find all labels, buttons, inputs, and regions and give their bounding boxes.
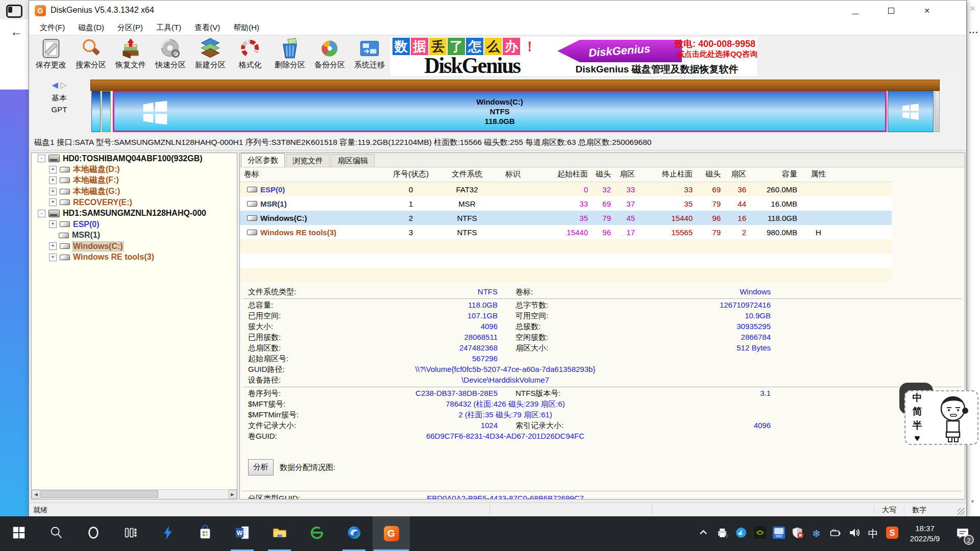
toolbar-button-new-partition[interactable]: 新建分区: [190, 36, 230, 76]
taskbar-button-word[interactable]: W: [224, 516, 261, 551]
tree-item[interactable]: +本地磁盘(F:): [32, 175, 237, 186]
browser-tab-icon[interactable]: [6, 5, 22, 18]
menu-item[interactable]: 帮助(H): [227, 21, 266, 35]
toolbar-button-backup-partition[interactable]: 备份分区: [310, 36, 350, 76]
menu-item[interactable]: 分区(P): [111, 21, 150, 35]
tree-item[interactable]: +Windows(C:): [32, 241, 237, 252]
toolbar-button-format[interactable]: 格式化: [230, 36, 270, 76]
menu-item[interactable]: 磁盘(D): [71, 21, 111, 35]
taskbar-button-start[interactable]: [0, 516, 37, 551]
close-button[interactable]: ✕: [915, 1, 939, 21]
tree-horizontal-scrollbar[interactable]: ◀ ▶: [32, 489, 237, 499]
browser-more-icon[interactable]: ···: [968, 28, 979, 37]
banner-qq-link[interactable]: 或点击此处选择QQ咨询: [643, 49, 757, 59]
expand-icon[interactable]: +: [49, 242, 57, 250]
tray-chevron-up[interactable]: [694, 516, 713, 551]
expand-icon[interactable]: +: [49, 254, 57, 261]
table-row[interactable]: ESP(0)0FAT3203233336936260.0MB: [240, 182, 892, 196]
column-header[interactable]: 属性: [801, 169, 836, 179]
disk-header-strip[interactable]: [90, 80, 940, 91]
tree-item[interactable]: -HD1:SAMSUNGMZNLN128HAHQ-000: [32, 208, 237, 219]
esp-partition-strip[interactable]: [91, 91, 101, 132]
scrollbar-thumb[interactable]: [41, 490, 158, 498]
ime-status-widget[interactable]: 中简半♥: [904, 390, 978, 445]
maximize-button[interactable]: [879, 1, 903, 21]
column-header[interactable]: 扇区: [725, 169, 750, 179]
scroll-down-icon[interactable]: ▼: [970, 499, 975, 504]
tray-defender-alert[interactable]: [788, 516, 807, 551]
next-disk-icon[interactable]: ▷: [60, 81, 66, 89]
taskbar-button-cortana[interactable]: [75, 516, 112, 551]
column-header[interactable]: 标识: [495, 169, 531, 179]
taskbar-button-edge[interactable]: [335, 516, 373, 551]
column-header[interactable]: 扇区: [615, 169, 639, 179]
tray-dingtalk[interactable]: [731, 516, 750, 551]
tray-battery[interactable]: [826, 516, 845, 551]
table-row[interactable]: Windows RE tools(3)3NTFS1544096171556579…: [240, 225, 892, 239]
tray-ime-zh[interactable]: 中: [864, 516, 883, 551]
ad-banner[interactable]: 数据丢了怎么办！ DiskGenius DiskGenius 致电: 400-0…: [389, 36, 758, 77]
taskbar-button-diskgenius[interactable]: G: [373, 516, 410, 551]
column-header[interactable]: 序号(状态): [383, 169, 439, 179]
tree-item[interactable]: +本地磁盘(G:): [32, 186, 237, 197]
prev-disk-icon[interactable]: ◀: [52, 81, 58, 89]
resize-grip[interactable]: [958, 508, 965, 515]
taskbar-button-store[interactable]: [186, 516, 224, 551]
column-header[interactable]: 磁头: [697, 169, 725, 179]
tree-item[interactable]: +Windows RE tools(3): [32, 252, 237, 263]
taskbar-button-task-view[interactable]: [112, 516, 149, 551]
tray-printer-check[interactable]: ✓: [713, 516, 731, 551]
analyze-button[interactable]: 分析: [248, 459, 274, 475]
table-row[interactable]: Windows(C:)2NTFS357945154409616118.0GB: [240, 211, 892, 225]
expand-icon[interactable]: +: [49, 220, 57, 228]
toolbar-button-system-migrate[interactable]: 系统迁移: [350, 36, 389, 76]
taskbar-button-search[interactable]: [37, 516, 75, 551]
tray-intel-graphics[interactable]: intel: [769, 516, 788, 551]
column-header[interactable]: 卷标: [240, 169, 383, 179]
windows-c-partition-block[interactable]: Windows(C:) NTFS 118.0GB: [113, 91, 887, 132]
clock[interactable]: 18:37 2022/5/9: [901, 523, 948, 544]
tree-item[interactable]: +RECOVERY(E:): [32, 197, 237, 208]
expand-icon[interactable]: +: [49, 177, 57, 184]
tab-扇区编辑[interactable]: 扇区编辑: [331, 154, 375, 167]
toolbar-button-search-partition[interactable]: 搜索分区: [71, 36, 111, 76]
column-header[interactable]: 终止柱面: [639, 169, 697, 179]
expand-icon[interactable]: +: [49, 188, 57, 195]
background-close-icon[interactable]: ✕: [969, 4, 976, 13]
table-row[interactable]: MSR(1)1MSR33693735794416.0MB: [240, 196, 892, 211]
column-header[interactable]: 文件系统: [439, 169, 495, 179]
tab-浏览文件[interactable]: 浏览文件: [286, 154, 330, 167]
scroll-right-icon[interactable]: ▶: [228, 490, 237, 498]
tree-item[interactable]: MSR(1): [32, 230, 237, 241]
taskbar-button-file-explorer[interactable]: [261, 516, 298, 551]
collapse-icon[interactable]: -: [38, 155, 45, 162]
toolbar-button-quick-partition[interactable]: 快速分区: [151, 36, 190, 76]
tree-item[interactable]: +ESP(0): [32, 219, 237, 230]
windows-re-partition-block[interactable]: [888, 91, 934, 132]
menu-item[interactable]: 工具(T): [150, 21, 188, 35]
toolbar-button-delete-partition[interactable]: 删除分区: [270, 36, 310, 76]
toolbar-button-recover-files[interactable]: 恢复文件: [111, 36, 151, 76]
tab-分区参数[interactable]: 分区参数: [241, 153, 285, 167]
column-header[interactable]: 起始柱面: [531, 169, 592, 179]
taskbar-button-internet-explorer[interactable]: [298, 516, 335, 551]
minimize-button[interactable]: [844, 1, 867, 21]
menu-item[interactable]: 文件(F): [33, 21, 71, 35]
notification-center-button[interactable]: 2: [948, 516, 977, 551]
browser-back-icon[interactable]: ←: [10, 24, 22, 39]
collapse-icon[interactable]: -: [38, 210, 45, 217]
tree-item[interactable]: -HD0:TOSHIBAMQ04ABF100(932GB): [32, 153, 237, 164]
column-header[interactable]: 容量: [750, 169, 801, 179]
expand-icon[interactable]: +: [49, 198, 57, 206]
tree-item[interactable]: +本地磁盘(D:): [32, 164, 237, 176]
tray-nvidia[interactable]: [750, 516, 769, 551]
expand-icon[interactable]: +: [49, 166, 57, 173]
msr-partition-strip[interactable]: [102, 91, 111, 132]
menu-item[interactable]: 查看(V): [188, 21, 227, 35]
taskbar-button-lightning-app[interactable]: [149, 516, 186, 551]
toolbar-button-save[interactable]: 保存更改: [31, 36, 71, 76]
tray-snowflake[interactable]: ❄: [807, 516, 826, 551]
column-header[interactable]: 磁头: [592, 169, 615, 179]
tray-speaker[interactable]: [845, 516, 864, 551]
tray-sogou[interactable]: S: [883, 516, 901, 551]
